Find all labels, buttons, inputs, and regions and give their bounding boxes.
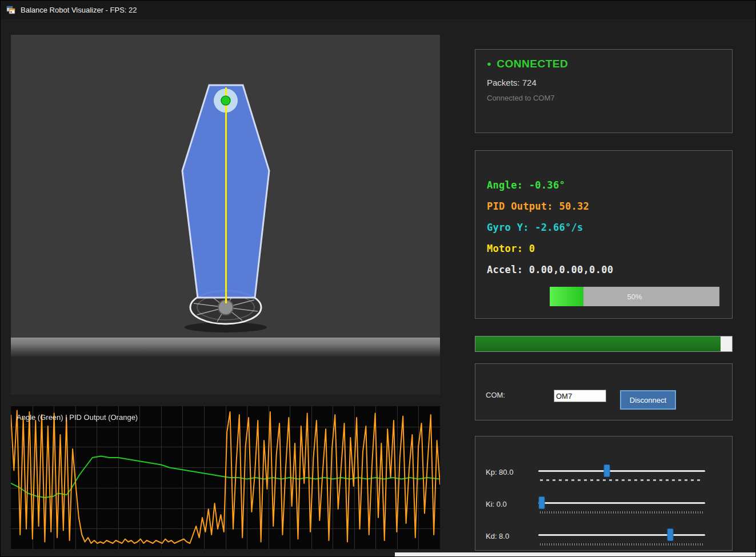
telemetry-panel: Angle: -0.36° PID Output: 50.32 Gyro Y: … — [475, 150, 733, 319]
com-label: COM: — [486, 391, 505, 399]
kp-row: Kp: 80.0 — [475, 463, 732, 486]
ki-slider-ticks — [540, 511, 703, 514]
status-line: ●CONNECTED — [487, 58, 732, 70]
connection-status-panel: ●CONNECTED Packets: 724 Connected to COM… — [475, 49, 733, 133]
connection-info: Connected to COM7 — [487, 94, 732, 102]
titlebar[interactable]: Balance Robot Visualizer - FPS: 22 — [1, 1, 755, 19]
kd-row: Kd: 8.0 — [475, 527, 732, 550]
com-panel: COM: Disconnect — [475, 363, 733, 420]
bottom-strip — [395, 552, 756, 557]
telemetry-pid-output: PID Output: 50.32 — [487, 196, 732, 217]
kp-slider-ticks — [540, 479, 703, 481]
ground — [11, 338, 440, 356]
kp-slider-thumb[interactable] — [603, 464, 610, 477]
robot-view-panel — [11, 35, 440, 395]
kp-slider[interactable] — [538, 463, 705, 486]
telemetry-motor: Motor: 0 — [487, 238, 732, 259]
app-icon — [6, 5, 15, 14]
com-port-input[interactable] — [554, 390, 606, 402]
ki-slider-thumb[interactable] — [538, 496, 545, 509]
below-ground-area — [11, 356, 440, 395]
chart-panel: Angle (Green) | PID Output (Orange) — [11, 406, 440, 549]
packets-count: Packets: 724 — [487, 78, 732, 87]
ki-slider-track[interactable] — [538, 502, 705, 504]
serial-progressbar — [475, 336, 733, 352]
status-dot-icon: ● — [487, 59, 491, 68]
ki-label: Ki: 0.0 — [486, 500, 507, 508]
kd-slider-track[interactable] — [538, 534, 705, 536]
kd-slider[interactable] — [538, 527, 705, 550]
tilt-marker-dot — [221, 96, 230, 105]
ki-slider[interactable] — [538, 495, 705, 518]
chart-title: Angle (Green) | PID Output (Orange) — [17, 413, 138, 422]
telemetry-chart — [11, 406, 440, 549]
kd-slider-ticks — [540, 543, 703, 546]
kp-slider-track[interactable] — [538, 470, 705, 472]
telemetry-progress-label: 50% — [550, 287, 719, 306]
disconnect-button[interactable]: Disconnect — [620, 390, 676, 410]
window-title: Balance Robot Visualizer - FPS: 22 — [21, 6, 137, 14]
serial-progress-fill — [475, 336, 721, 351]
telemetry-accel: Accel: 0.00,0.00,0.00 — [487, 259, 732, 280]
kp-label: Kp: 80.0 — [486, 468, 513, 476]
kd-label: Kd: 8.0 — [486, 532, 509, 540]
ki-row: Ki: 0.0 — [475, 495, 732, 518]
telemetry-gyro-y: Gyro Y: -2.66°/s — [487, 217, 732, 238]
pid-panel: Kp: 80.0 Ki: 0.0 Kd: 8.0 — [475, 436, 733, 551]
telemetry-progressbar: 50% — [550, 287, 719, 306]
telemetry-angle: Angle: -0.36° — [487, 175, 732, 196]
app-window: Balance Robot Visualizer - FPS: 22 — [0, 0, 756, 557]
status-label: CONNECTED — [497, 58, 568, 70]
kd-slider-thumb[interactable] — [667, 528, 673, 541]
